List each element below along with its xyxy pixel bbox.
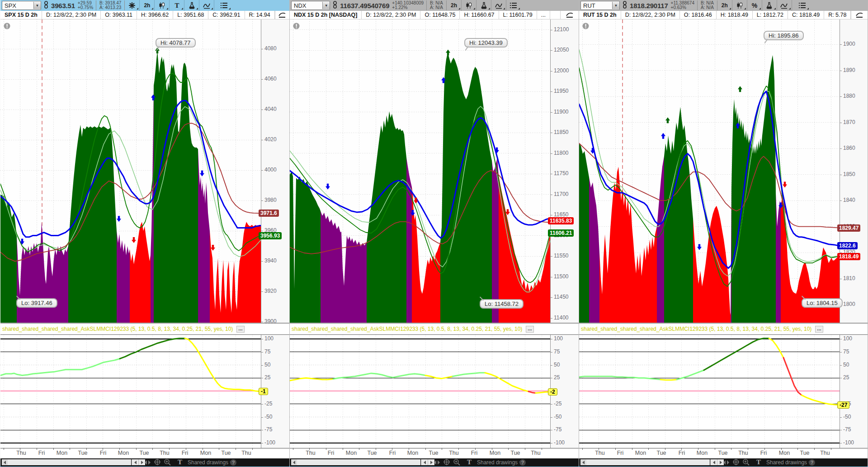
price-axis[interactable]: 4080406040404020400039803960394039203900… xyxy=(261,19,289,323)
chart-title: RUT 15 D 2h xyxy=(579,11,621,19)
indicator-axis[interactable]: 100755025-25-50-75-100-1 xyxy=(261,335,289,448)
indicator-more-button[interactable]: ... xyxy=(236,326,244,333)
timeframe-button[interactable]: 2h xyxy=(447,0,462,11)
indicator-svg[interactable] xyxy=(290,335,550,448)
time-axis[interactable]: ThuFriMonTueFriMonTueThuFriMonTueThu xyxy=(290,448,579,458)
indicator-svg[interactable] xyxy=(0,335,261,448)
symbol-dropdown-button[interactable]: ▼ xyxy=(322,2,330,9)
indicator-label[interactable]: shared_shared_shared_shared_AskSLMMCI129… xyxy=(579,326,811,332)
crosshair-button[interactable] xyxy=(733,459,739,467)
ohlc-field: R: 5.78 xyxy=(824,11,851,19)
chart-panel-ndx: NDX▼11637.49540769+140.10348009+1.22%B: … xyxy=(290,0,579,466)
pan-mode-button[interactable] xyxy=(144,459,151,467)
text-tool-button[interactable]: T xyxy=(170,0,184,11)
scroll-left-button[interactable] xyxy=(421,459,428,465)
crosshair-button[interactable] xyxy=(443,459,450,467)
shared-drawings-button[interactable]: Shared drawings ▾ xyxy=(477,459,522,466)
indicator-line-seg xyxy=(485,373,528,391)
pan-mode-button[interactable] xyxy=(723,459,730,467)
h-scrollbar[interactable] xyxy=(291,459,420,465)
candles-button[interactable] xyxy=(155,0,170,11)
time-axis[interactable]: ThuFriMonTueFriMonTueThuFriMonTueThu xyxy=(0,448,289,458)
axis-label: 4060 xyxy=(264,76,277,82)
trading-app: SPX▼3963.51+29.59+0.75%B: 3918.47A: 4013… xyxy=(0,0,868,467)
h-scrollbar[interactable] xyxy=(580,459,710,465)
panel-menu-button[interactable] xyxy=(795,0,810,11)
text-note-button[interactable]: T xyxy=(178,458,182,466)
chart-style-button[interactable] xyxy=(851,11,868,19)
zoom-button[interactable] xyxy=(164,459,171,467)
axis-label: 4020 xyxy=(264,136,277,143)
symbol-dropdown-button[interactable]: ▼ xyxy=(33,2,41,9)
area-green xyxy=(290,172,321,323)
chart-style-button[interactable] xyxy=(275,11,289,19)
indicator-more-button[interactable]: ... xyxy=(815,326,823,333)
symbol-input[interactable]: SPX▼ xyxy=(2,1,41,10)
flask-button[interactable] xyxy=(476,0,491,11)
help-button[interactable]: ? xyxy=(519,459,526,466)
axis-label: 4040 xyxy=(264,106,277,112)
indicator-axis[interactable]: 100755025-25-50-75-100-27 xyxy=(840,335,868,448)
text-note-button[interactable]: T xyxy=(756,458,761,466)
shared-drawings-button[interactable]: Shared drawings ▾ xyxy=(766,459,811,466)
day-label: Thu xyxy=(16,450,26,456)
signal-arrow-up xyxy=(446,49,450,55)
day-label: Fri xyxy=(389,450,396,456)
help-button[interactable]: ? xyxy=(809,459,815,466)
scroll-left-button[interactable] xyxy=(132,459,138,465)
price-axis[interactable]: 1900189018801870186018501840183018201810… xyxy=(840,19,868,323)
candles-button[interactable] xyxy=(462,0,476,11)
price-chart-svg[interactable] xyxy=(290,19,550,323)
indicator-label[interactable]: shared_shared_shared_shared_AskSLMMCI129… xyxy=(290,326,522,332)
drawings-icon xyxy=(203,2,211,9)
panel-menu-button[interactable] xyxy=(506,0,521,11)
studies-flask-icon xyxy=(189,2,195,9)
draw-button[interactable] xyxy=(491,0,506,11)
list-menu-icon xyxy=(799,2,806,9)
flask-button[interactable] xyxy=(184,0,199,11)
candles-button[interactable] xyxy=(732,0,747,11)
axis-label: 3900 xyxy=(264,318,277,324)
day-label: Tue xyxy=(78,450,87,456)
timeframe-button[interactable]: 2h xyxy=(140,0,155,11)
help-button[interactable]: ? xyxy=(230,459,236,466)
axis-label: 1870 xyxy=(843,119,855,125)
day-label: Tue xyxy=(510,450,520,456)
price-axis[interactable]: 1210012050120001195011900118501180011750… xyxy=(550,19,579,323)
panel-menu-button[interactable] xyxy=(217,0,231,11)
symbol-input[interactable]: NDX▼ xyxy=(291,1,330,10)
gear-icon xyxy=(128,2,136,9)
price-chart-svg[interactable] xyxy=(579,19,840,323)
indicator-label[interactable]: shared_shared_shared_shared_AskSLMMCI129… xyxy=(0,326,233,332)
zoom-button[interactable] xyxy=(743,459,750,467)
indicator-more-button[interactable]: ... xyxy=(526,326,533,333)
h-scrollbar[interactable] xyxy=(2,459,131,465)
zoom-button[interactable] xyxy=(453,459,460,467)
price-chart-svg[interactable] xyxy=(0,19,261,323)
percent-button[interactable]: % xyxy=(747,0,762,11)
day-label: Tue xyxy=(800,450,809,456)
indicator-axis[interactable]: 100755025-25-50-75-100-2 xyxy=(550,335,579,448)
gear-button[interactable] xyxy=(125,0,140,11)
draw-button[interactable] xyxy=(777,0,792,11)
shared-drawings-button[interactable]: Shared drawings ▾ xyxy=(188,459,232,466)
crosshair-button[interactable] xyxy=(154,459,160,467)
price-bubble: 1822.6 xyxy=(837,242,858,249)
indicator-svg[interactable] xyxy=(579,335,840,448)
draw-button[interactable] xyxy=(199,0,214,11)
timeframe-button[interactable]: 2h xyxy=(717,0,732,11)
text-note-button[interactable]: T xyxy=(467,458,472,466)
symbol-input[interactable]: RUT▼ xyxy=(580,1,620,10)
ohlc-header: RUT 15 D 2hD: 12/8/22, 2:30 PMO: 1816.46… xyxy=(579,11,868,19)
flask-button[interactable] xyxy=(762,0,777,11)
axis-label: 11500 xyxy=(554,273,568,280)
zoom-icon xyxy=(164,459,171,466)
axis-label: 12100 xyxy=(554,26,569,33)
chart-style-button[interactable] xyxy=(560,11,579,19)
symbol-dropdown-button[interactable]: ▼ xyxy=(612,2,619,9)
pan-mode-button[interactable] xyxy=(434,459,440,467)
time-axis[interactable]: ThuFriMonTueFriMonTueThuFriMonTueThu xyxy=(579,448,868,458)
lo-callout: Lo: 11458.72 xyxy=(480,299,524,309)
day-label: Tue xyxy=(139,450,149,456)
scroll-left-button[interactable] xyxy=(710,459,717,465)
